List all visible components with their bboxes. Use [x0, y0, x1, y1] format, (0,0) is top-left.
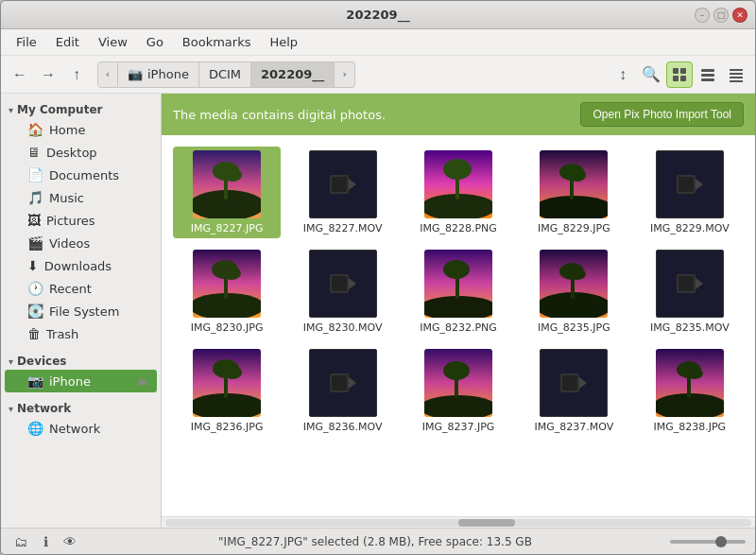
svg-marker-30: [696, 179, 703, 190]
section-devices[interactable]: ▾ Devices: [1, 351, 161, 370]
menu-go[interactable]: Go: [139, 32, 171, 52]
file-item-6[interactable]: IMG_8230.MOV: [288, 246, 396, 338]
breadcrumb-prev[interactable]: ‹: [97, 61, 118, 88]
sidebar-item-recent[interactable]: 🕐 Recent: [5, 277, 157, 300]
minimize-button[interactable]: –: [695, 8, 710, 23]
file-item-11[interactable]: IMG_8236.MOV: [288, 345, 396, 437]
file-grid: IMG_8227.JPG IMG_8227.MOV: [162, 135, 755, 516]
video-thumb-6: [309, 250, 377, 318]
svg-rect-7: [730, 69, 743, 71]
menubar: File Edit View Go Bookmarks Help: [1, 29, 755, 56]
back-button[interactable]: ←: [7, 61, 33, 88]
statusbar-places-button[interactable]: 🗂: [10, 531, 31, 552]
eject-button[interactable]: ⏏: [135, 374, 149, 388]
sidebar-item-home[interactable]: 🏠 Home: [5, 118, 157, 141]
search-button[interactable]: 🔍: [638, 61, 664, 88]
iphone-icon: 📷: [128, 67, 143, 81]
file-name-11: IMG_8236.MOV: [303, 421, 383, 433]
forward-button[interactable]: →: [35, 61, 61, 88]
file-name-7: IMG_8232.PNG: [420, 321, 497, 334]
sidebar-item-desktop[interactable]: 🖥 Desktop: [5, 141, 157, 164]
svg-point-60: [424, 395, 492, 417]
file-item-1[interactable]: IMG_8227.MOV: [288, 147, 396, 238]
toolbar-right: ↕ 🔍: [610, 61, 749, 88]
file-item-2[interactable]: IMG_8228.PNG: [404, 147, 512, 238]
file-item-13[interactable]: IMG_8237.MOV: [520, 345, 627, 437]
import-button[interactable]: Open Pix Photo Import Tool: [580, 102, 744, 127]
file-item-4[interactable]: IMG_8229.MOV: [636, 147, 744, 238]
svg-point-22: [443, 159, 472, 180]
statusbar-preview-button[interactable]: 👁: [60, 531, 80, 552]
titlebar: 202209__ – □ ✕: [1, 1, 755, 29]
pictures-icon: 🖼: [27, 213, 41, 228]
music-icon: 🎵: [27, 190, 43, 205]
section-my-computer[interactable]: ▾ My Computer: [1, 99, 161, 118]
horizontal-scrollbar[interactable]: [162, 516, 755, 528]
file-item-8[interactable]: IMG_8235.JPG: [520, 246, 627, 338]
svg-point-62: [443, 361, 470, 380]
svg-marker-58: [349, 377, 356, 389]
sidebar-item-filesystem[interactable]: 💽 File System: [5, 300, 157, 322]
menu-edit[interactable]: Edit: [48, 32, 87, 52]
documents-icon: 📄: [27, 167, 43, 182]
section-arrow: ▾: [9, 105, 13, 115]
sidebar-item-trash[interactable]: 🗑 Trash: [5, 322, 157, 345]
menu-bookmarks[interactable]: Bookmarks: [175, 32, 259, 52]
svg-point-15: [223, 168, 242, 182]
file-item-3[interactable]: IMG_8229.JPG: [520, 147, 627, 238]
sort-button[interactable]: ↕: [610, 61, 636, 88]
svg-rect-37: [332, 276, 347, 291]
svg-point-42: [443, 260, 470, 279]
file-name-0: IMG_8227.JPG: [191, 222, 264, 234]
file-name-9: IMG_8235.MOV: [650, 321, 730, 334]
maximize-button[interactable]: □: [713, 8, 729, 23]
file-item-10[interactable]: IMG_8236.JPG: [173, 345, 281, 437]
file-item-7[interactable]: IMG_8232.PNG: [404, 246, 512, 338]
section-network[interactable]: ▾ Network: [1, 398, 161, 417]
sidebar-item-pictures[interactable]: 🖼 Pictures: [5, 209, 157, 232]
sidebar-item-videos[interactable]: 🎬 Videos: [5, 232, 157, 254]
menu-file[interactable]: File: [9, 32, 44, 52]
up-button[interactable]: ↑: [63, 61, 90, 88]
view-list-button[interactable]: [695, 61, 721, 88]
view-grid-button[interactable]: [666, 61, 693, 88]
view-compact-button[interactable]: [723, 61, 749, 88]
file-name-3: IMG_8229.JPG: [538, 222, 610, 234]
svg-rect-6: [701, 78, 714, 81]
file-manager-window: 202209__ – □ ✕ File Edit View Go Bookmar…: [0, 0, 756, 555]
file-item-12[interactable]: IMG_8237.JPG: [404, 345, 512, 437]
scrollbar-track: [165, 519, 751, 527]
sidebar-item-network[interactable]: 🌐 Network: [5, 417, 157, 440]
sidebar-item-documents[interactable]: 📄 Documents: [5, 164, 157, 186]
file-name-6: IMG_8230.MOV: [303, 321, 383, 334]
sidebar-item-iphone[interactable]: 📷 iPhone ⏏: [5, 370, 157, 392]
file-item-0[interactable]: IMG_8227.JPG: [173, 147, 281, 238]
file-name-8: IMG_8235.JPG: [538, 321, 610, 334]
svg-rect-4: [701, 69, 714, 72]
breadcrumb-current[interactable]: 202209__: [251, 61, 335, 88]
svg-marker-50: [696, 278, 703, 289]
scrollbar-thumb[interactable]: [458, 519, 515, 527]
sidebar-item-music[interactable]: 🎵 Music: [5, 186, 157, 209]
zoom-slider[interactable]: [670, 540, 746, 544]
svg-rect-2: [673, 76, 679, 81]
statusbar-info-button[interactable]: ℹ: [35, 531, 56, 552]
close-button[interactable]: ✕: [732, 8, 747, 23]
network-arrow: ▾: [9, 404, 13, 414]
svg-rect-3: [680, 76, 686, 81]
svg-rect-17: [332, 177, 347, 192]
network-icon: 🌐: [27, 421, 43, 436]
menu-help[interactable]: Help: [262, 32, 305, 52]
breadcrumb-dcim[interactable]: DCIM: [199, 61, 251, 88]
video-thumb-9: [656, 250, 724, 318]
svg-marker-18: [349, 179, 356, 190]
file-name-1: IMG_8227.MOV: [303, 222, 383, 234]
breadcrumb-next[interactable]: ›: [335, 61, 355, 88]
menu-view[interactable]: View: [91, 32, 135, 52]
file-item-14[interactable]: IMG_8238.JPG: [636, 345, 744, 437]
file-name-14: IMG_8238.JPG: [653, 421, 726, 433]
file-item-9[interactable]: IMG_8235.MOV: [636, 246, 744, 338]
file-item-5[interactable]: IMG_8230.JPG: [173, 246, 281, 338]
sidebar-item-downloads[interactable]: ⬇ Downloads: [5, 254, 157, 277]
breadcrumb-iphone[interactable]: 📷 iPhone: [118, 61, 199, 88]
